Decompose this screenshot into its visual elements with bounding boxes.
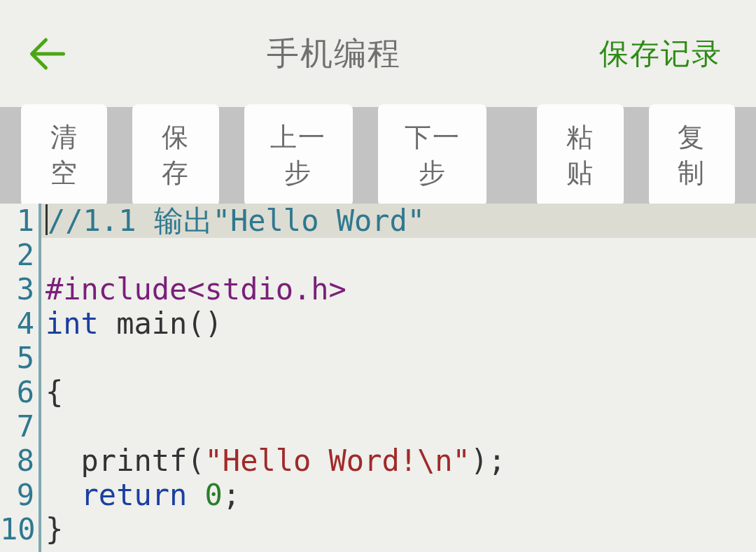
- line-number: 6: [0, 375, 34, 409]
- code-token: );: [470, 444, 506, 478]
- code-token: {: [46, 375, 63, 409]
- code-token: ;: [223, 478, 240, 512]
- comment-token: //1.1 输出"Hello Word": [48, 204, 425, 238]
- editor-toolbar: 清空 保存 上一步 下一步 粘贴 复制: [0, 107, 756, 204]
- line-number-gutter: 1 2 3 4 5 6 7 8 9 10: [0, 204, 38, 552]
- save-button[interactable]: 保存: [132, 104, 218, 206]
- paste-button[interactable]: 粘贴: [537, 104, 623, 206]
- line-number: 2: [0, 238, 34, 272]
- line-number: 4: [0, 306, 34, 341]
- code-line[interactable]: [41, 341, 756, 375]
- code-line[interactable]: {: [41, 375, 756, 409]
- line-number: 5: [0, 341, 34, 375]
- line-number: 10: [0, 512, 34, 546]
- code-line[interactable]: //1.1 输出"Hello Word": [41, 204, 756, 238]
- code-line[interactable]: return 0;: [41, 478, 756, 512]
- line-number: 9: [0, 478, 34, 512]
- code-token: main(): [99, 306, 223, 341]
- code-token: }: [46, 512, 63, 546]
- line-number: 7: [0, 409, 34, 444]
- code-text-area[interactable]: //1.1 输出"Hello Word" #include<stdio.h> i…: [41, 204, 756, 552]
- code-token: printf(: [46, 444, 205, 478]
- line-number: 1: [0, 204, 34, 238]
- code-editor[interactable]: 1 2 3 4 5 6 7 8 9 10 //1.1 输出"Hello Word…: [0, 204, 756, 552]
- back-arrow-icon[interactable]: [27, 33, 69, 75]
- line-number: 8: [0, 444, 34, 478]
- redo-button[interactable]: 下一步: [378, 104, 486, 206]
- preprocessor-token: #include<stdio.h>: [46, 272, 346, 306]
- string-token: "Hello Word!\n": [205, 444, 470, 478]
- copy-button[interactable]: 复制: [649, 104, 735, 206]
- save-record-button[interactable]: 保存记录: [599, 34, 722, 73]
- code-line[interactable]: printf("Hello Word!\n");: [41, 444, 756, 478]
- code-token: [46, 478, 81, 512]
- keyword-token: int: [46, 306, 99, 341]
- code-token: [187, 478, 204, 512]
- undo-button[interactable]: 上一步: [244, 104, 353, 206]
- code-line[interactable]: #include<stdio.h>: [41, 272, 756, 306]
- page-title: 手机编程: [69, 32, 599, 76]
- header-bar: 手机编程 保存记录: [0, 0, 756, 107]
- code-line[interactable]: int main(): [41, 306, 756, 341]
- keyword-token: return: [81, 478, 188, 512]
- code-line[interactable]: [41, 409, 756, 444]
- code-line[interactable]: [41, 238, 756, 272]
- number-token: 0: [205, 478, 223, 512]
- clear-button[interactable]: 清空: [21, 104, 107, 206]
- line-number: 3: [0, 272, 34, 306]
- code-line[interactable]: }: [41, 512, 756, 546]
